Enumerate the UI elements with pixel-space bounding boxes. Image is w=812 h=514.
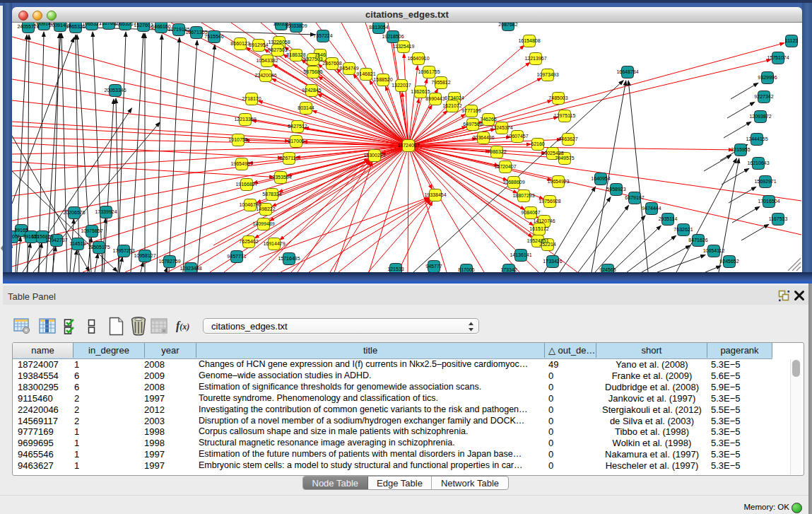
svg-text:12213967: 12213967 [524,56,546,61]
svg-text:10653267: 10653267 [114,23,136,26]
svg-text:16154808: 16154808 [518,38,540,43]
svg-text:17339924: 17339924 [95,209,117,214]
svg-text:11123: 11123 [785,38,799,43]
svg-text:924565: 924565 [599,267,616,272]
svg-text:13226058: 13226058 [268,40,290,45]
svg-text:19338454: 19338454 [424,192,446,197]
svg-text:7625402: 7625402 [239,239,258,244]
svg-text:12353594: 12353594 [269,175,291,180]
svg-text:8267110: 8267110 [280,156,299,160]
svg-text:22420046: 22420046 [254,73,276,78]
svg-text:6734024: 6734024 [445,95,464,100]
svg-text:16648784: 16648784 [616,69,638,74]
svg-text:8813054: 8813054 [369,25,388,30]
svg-text:19654987: 19654987 [230,161,252,166]
svg-text:15300273: 15300273 [363,153,385,158]
svg-text:1621072: 1621072 [442,103,461,108]
svg-text:8427512: 8427512 [288,124,307,129]
svg-text:8454749: 8454749 [339,66,358,71]
svg-text:7515546: 7515546 [204,34,223,39]
svg-text:19654923: 19654923 [547,179,569,184]
svg-text:1733426: 1733426 [543,259,562,264]
svg-text:19218506: 19218506 [382,34,404,39]
svg-text:14099489: 14099489 [252,221,274,226]
svg-text:8660123: 8660123 [230,41,249,46]
svg-text:5958923: 5958923 [606,187,625,192]
svg-text:9227342: 9227342 [754,94,773,99]
svg-text:12444155: 12444155 [746,136,767,141]
svg-text:1167533: 1167533 [769,216,788,221]
svg-text:7485003: 7485003 [548,95,567,100]
svg-text:803144: 803144 [298,105,314,110]
svg-text:817006: 817006 [288,139,304,144]
svg-text:19756928: 19756928 [539,199,560,204]
svg-text:20206576: 20206576 [63,210,85,215]
svg-text:14136141: 14136141 [510,252,531,257]
svg-text:17957253: 17957253 [112,248,134,253]
svg-text:114519: 114519 [70,241,86,246]
svg-text:15692971: 15692971 [754,179,776,184]
svg-text:20364436: 20364436 [472,135,494,140]
svg-text:10688609: 10688609 [502,180,524,185]
svg-text:9242845: 9242845 [302,88,321,93]
svg-text:7357224: 7357224 [313,33,332,38]
svg-text:8990443: 8990443 [425,96,445,101]
svg-text:15751074: 15751074 [767,55,789,60]
svg-text:173342: 173342 [500,267,517,272]
svg-text:6879197: 6879197 [625,195,644,200]
svg-text:10654112: 10654112 [703,248,725,253]
svg-text:9777169: 9777169 [461,108,481,113]
svg-text:1010755: 1010755 [228,137,247,142]
svg-text:10973493: 10973493 [536,72,558,77]
svg-text:5875685: 5875685 [303,69,322,74]
svg-text:10607457: 10607457 [506,134,528,139]
svg-text:1362615: 1362615 [411,89,430,94]
svg-text:10025438: 10025438 [541,151,563,156]
svg-text:2935114: 2935114 [659,216,678,221]
svg-text:7986322: 7986322 [487,149,506,154]
svg-text:12505175: 12505175 [88,245,110,250]
svg-text:16961755: 16961755 [418,69,440,74]
svg-text:17016504: 17016504 [758,199,779,204]
svg-text:160338: 160338 [273,23,289,26]
svg-text:20053346: 20053346 [104,88,126,93]
svg-text:8912954: 8912954 [249,42,268,47]
svg-text:12975115: 12975115 [554,113,576,118]
svg-text:5878334: 5878334 [262,192,281,197]
svg-text:18807293: 18807293 [512,193,534,198]
svg-text:1615172: 1615172 [529,226,548,231]
svg-text:16782759: 16782759 [158,259,180,264]
svg-text:1498222: 1498222 [256,206,275,211]
svg-text:62160: 62160 [531,141,545,146]
svg-text:9084067: 9084067 [521,210,540,215]
svg-text:9827503: 9827503 [268,47,287,52]
svg-text:2867608: 2867608 [322,61,341,66]
svg-text:121533: 121533 [387,267,404,271]
svg-text:2087682: 2087682 [498,23,517,27]
svg-text:817006: 817006 [458,267,474,272]
svg-text:15716485: 15716485 [278,256,300,261]
svg-text:1322037: 1322037 [392,83,411,88]
svg-text:10958127: 10958127 [134,253,155,258]
svg-text:12923448: 12923448 [180,266,201,271]
svg-text:8471626: 8471626 [688,238,707,243]
svg-text:9463627: 9463627 [558,136,577,141]
svg-text:16210643: 16210643 [747,160,769,165]
svg-text:9245652: 9245652 [719,259,739,264]
svg-text:1527602: 1527602 [134,23,153,28]
svg-text:14120746: 14120746 [533,218,555,223]
svg-text:12213369: 12213369 [234,117,256,122]
svg-text:39165: 39165 [14,228,28,233]
svg-text:9146821: 9146821 [356,71,375,76]
svg-text:16640910: 16640910 [407,56,429,61]
svg-text:9327503: 9327503 [303,57,322,62]
svg-text:13245374: 13245374 [490,125,512,130]
svg-text:9457771: 9457771 [227,254,246,259]
svg-text:1640954: 1640954 [591,176,610,181]
svg-text:6497568: 6497568 [463,122,482,127]
svg-text:1588520: 1588520 [373,77,392,82]
svg-text:9474444: 9474444 [642,206,661,211]
svg-text:15720407: 15720407 [494,164,516,169]
svg-text:19166827: 19166827 [235,182,257,187]
svg-text:746266: 746266 [480,117,496,122]
